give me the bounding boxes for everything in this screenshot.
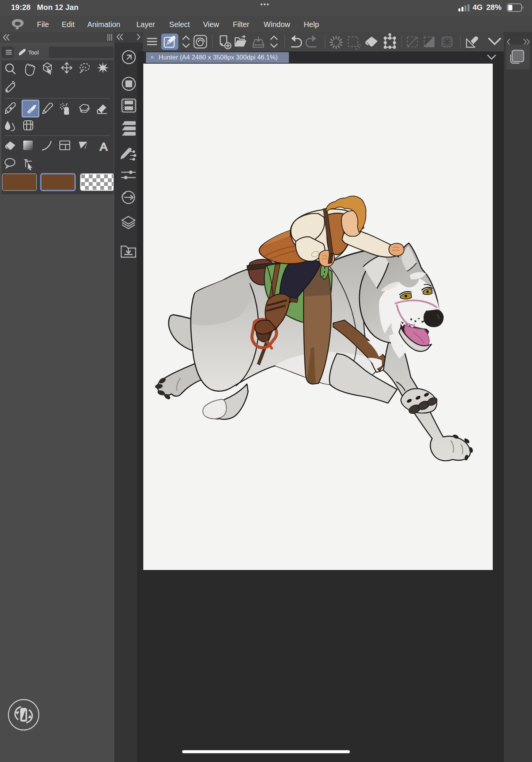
svg-text:A: A bbox=[100, 140, 107, 153]
